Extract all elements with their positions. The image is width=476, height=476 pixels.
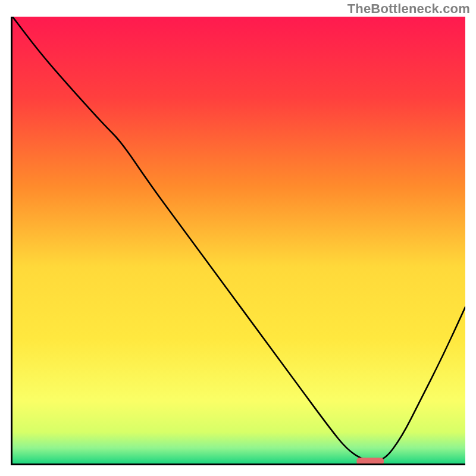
optimal-range-marker: [356, 458, 384, 464]
plot-area: [11, 17, 465, 465]
chart-container: TheBottleneck.com: [0, 0, 476, 476]
background-rect: [12, 17, 465, 464]
chart-svg: [12, 17, 465, 464]
watermark-text: TheBottleneck.com: [347, 1, 470, 17]
